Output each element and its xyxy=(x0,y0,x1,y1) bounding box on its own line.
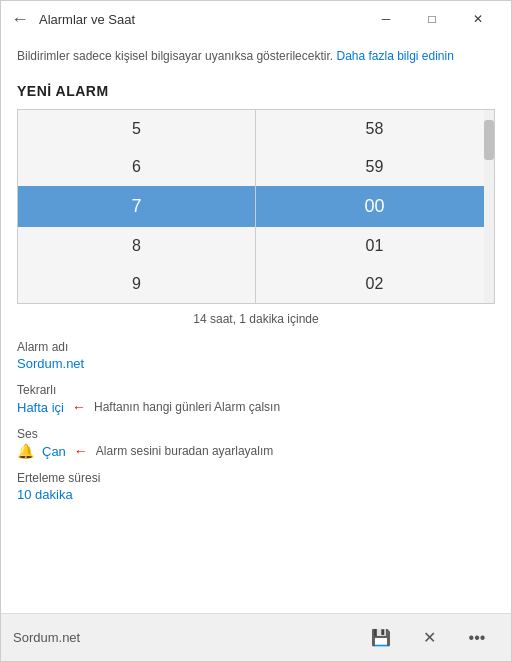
alarm-name-label: Alarm adı xyxy=(17,340,495,354)
title-bar: ← Alarmlar ve Saat ─ □ ✕ xyxy=(1,1,511,37)
scrollbar-track[interactable] xyxy=(484,110,494,303)
scrollbar-thumb[interactable] xyxy=(484,120,494,160)
window-controls: ─ □ ✕ xyxy=(363,3,501,35)
repeat-arrow: ← xyxy=(72,399,86,415)
minute-row[interactable]: 01 xyxy=(256,227,493,265)
snooze-value[interactable]: 10 dakika xyxy=(17,487,495,502)
repeat-field: Hafta içi ← Haftanın hangi günleri Alarm… xyxy=(17,399,495,415)
snooze-label: Erteleme süresi xyxy=(17,471,495,485)
minutes-column[interactable]: 58 59 00 01 02 xyxy=(256,110,494,303)
discard-button[interactable]: ✕ xyxy=(407,620,451,656)
time-picker[interactable]: 5 6 7 8 9 58 59 00 01 02 xyxy=(17,109,495,304)
bell-icon: 🔔 xyxy=(17,443,34,459)
content-area: Bildirimler sadece kişisel bilgisayar uy… xyxy=(1,37,511,613)
hour-row[interactable]: 5 xyxy=(18,110,255,148)
minimize-button[interactable]: ─ xyxy=(363,3,409,35)
alarm-name-value[interactable]: Sordum.net xyxy=(17,356,495,371)
minute-row[interactable]: 58 xyxy=(256,110,493,148)
hour-row[interactable]: 9 xyxy=(18,265,255,303)
time-summary: 14 saat, 1 dakika içinde xyxy=(17,312,495,326)
repeat-value[interactable]: Hafta içi xyxy=(17,400,64,415)
bottom-actions: 💾 ✕ ••• xyxy=(359,620,499,656)
window-close-button[interactable]: ✕ xyxy=(455,3,501,35)
section-title: YENİ ALARM xyxy=(17,83,495,99)
bottom-bar: Sordum.net 💾 ✕ ••• xyxy=(1,613,511,661)
hour-row[interactable]: 8 xyxy=(18,227,255,265)
sound-label: Ses xyxy=(17,427,495,441)
back-button[interactable]: ← xyxy=(11,9,29,30)
minute-row-selected[interactable]: 00 xyxy=(256,186,493,227)
sound-desc: Alarm sesini buradan ayarlayalım xyxy=(96,444,273,458)
window-title: Alarmlar ve Saat xyxy=(39,12,363,27)
bottom-brand: Sordum.net xyxy=(13,630,359,645)
repeat-label: Tekrarlı xyxy=(17,383,495,397)
sound-arrow: ← xyxy=(74,443,88,459)
save-button[interactable]: 💾 xyxy=(359,620,403,656)
main-window: ← Alarmlar ve Saat ─ □ ✕ Bildirimler sad… xyxy=(0,0,512,662)
sound-value[interactable]: Çan xyxy=(42,444,66,459)
notification-bar: Bildirimler sadece kişisel bilgisayar uy… xyxy=(17,37,495,73)
minute-row[interactable]: 02 xyxy=(256,265,493,303)
minute-row[interactable]: 59 xyxy=(256,148,493,186)
repeat-desc: Haftanın hangi günleri Alarm çalsın xyxy=(94,400,280,414)
hour-row-selected[interactable]: 7 xyxy=(18,186,255,227)
more-options-button[interactable]: ••• xyxy=(455,620,499,656)
notification-text: Bildirimler sadece kişisel bilgisayar uy… xyxy=(17,49,333,63)
hour-row[interactable]: 6 xyxy=(18,148,255,186)
hours-column[interactable]: 5 6 7 8 9 xyxy=(18,110,256,303)
maximize-button[interactable]: □ xyxy=(409,3,455,35)
notification-link[interactable]: Daha fazla bilgi edinin xyxy=(336,49,453,63)
sound-field: 🔔 Çan ← Alarm sesini buradan ayarlayalım xyxy=(17,443,495,459)
